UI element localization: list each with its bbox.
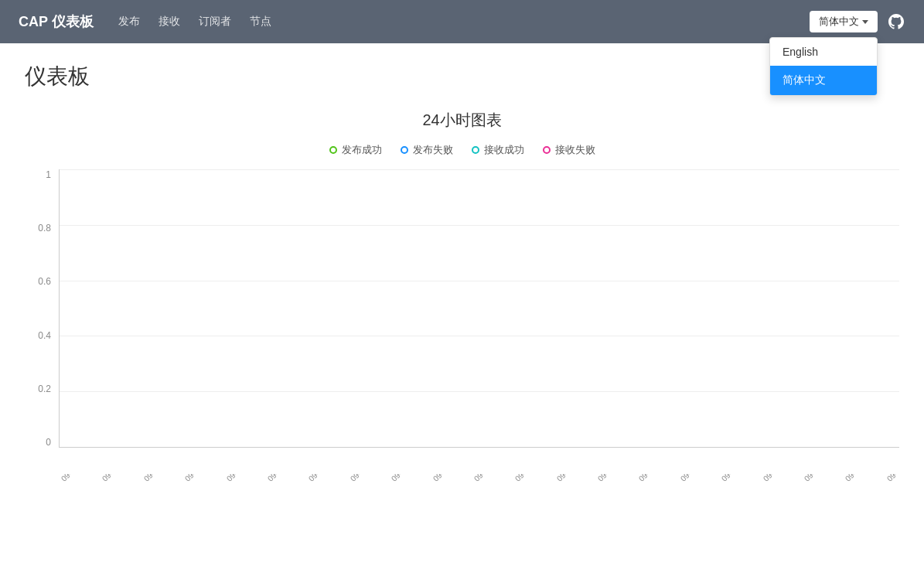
legend-publish-fail: 发布失败: [401, 143, 453, 157]
x-axis-label: 09-18 18:00: [142, 474, 178, 483]
lang-option-zh[interactable]: 简体中文: [770, 66, 877, 95]
nav-brand: CAP 仪表板: [19, 12, 94, 31]
x-axis-label: 09-19 03:00: [513, 474, 549, 483]
grid-lines: [60, 169, 899, 447]
x-axis-label: 09-18 21:00: [266, 474, 302, 483]
x-axis-label: 09-19 12:00: [885, 474, 899, 483]
grid-line: [60, 225, 899, 226]
legend-label-publish-success: 发布成功: [342, 143, 382, 157]
lang-dropdown-menu: English 简体中文: [769, 37, 878, 96]
github-icon[interactable]: [887, 12, 905, 31]
x-axis-label: 09-18 17:00: [101, 474, 136, 483]
x-axis-label: 09-19 06:00: [637, 474, 673, 483]
legend-receive-fail: 接收失败: [543, 143, 595, 157]
y-axis-label: 0.6: [38, 276, 51, 287]
navbar-right: 简体中文 English 简体中文: [810, 11, 905, 32]
y-axis-label: 0.8: [38, 223, 51, 234]
legend-dot-publish-fail: [401, 146, 408, 154]
x-axis-label: 09-19 00:00: [390, 474, 425, 483]
x-axis-labels: 09-18 16:0009-18 17:0009-18 18:0009-18 1…: [60, 474, 899, 486]
chart-section: 24小时图表 发布成功 发布失败 接收成功 接收失败 10.80.60.40.2…: [25, 110, 899, 494]
dropdown-caret-icon: [862, 20, 868, 24]
x-axis-label: 09-19 01:00: [431, 474, 467, 483]
legend-label-receive-success: 接收成功: [484, 143, 524, 157]
page-title: 仪表板: [25, 62, 899, 91]
nav-link-subscribers[interactable]: 订阅者: [199, 15, 231, 29]
x-axis-label: 09-19 05:00: [596, 474, 632, 483]
navbar: CAP 仪表板 发布 接收 订阅者 节点 简体中文 English 简体中文: [0, 0, 924, 43]
legend-dot-publish-success: [329, 146, 337, 154]
x-axis-label: 09-18 16:00: [60, 474, 95, 483]
nav-link-receive[interactable]: 接收: [159, 15, 180, 29]
y-axis-label: 0.2: [38, 384, 51, 394]
x-axis-label: 09-19 04:00: [555, 474, 591, 483]
chart-container: 10.80.60.40.20 09-18 16:0009-18 17:0009-…: [25, 169, 899, 494]
legend-publish-success: 发布成功: [329, 143, 382, 157]
grid-line: [60, 169, 899, 170]
lang-option-en[interactable]: English: [770, 38, 877, 66]
grid-line: [60, 391, 899, 392]
y-axis-label: 0.4: [38, 330, 51, 341]
x-axis-label: 09-19 02:00: [472, 474, 508, 483]
x-axis-label: 09-19 08:00: [720, 474, 755, 483]
x-axis-label: 09-19 07:00: [679, 474, 714, 483]
y-axis-label: 1: [46, 169, 51, 180]
lang-button-label: 简体中文: [819, 15, 859, 29]
legend-label-publish-fail: 发布失败: [413, 143, 453, 157]
x-axis-label: 09-18 20:00: [225, 474, 261, 483]
legend-receive-success: 接收成功: [472, 143, 524, 157]
grid-line: [60, 336, 899, 336]
x-axis-label: 09-18 22:00: [307, 474, 343, 483]
legend-label-receive-fail: 接收失败: [555, 143, 595, 157]
chart-inner: 09-18 16:0009-18 17:0009-18 18:0009-18 1…: [59, 169, 899, 448]
nav-link-publish[interactable]: 发布: [118, 15, 140, 29]
x-axis-label: 09-19 11:00: [844, 474, 879, 483]
x-axis-label: 09-19 09:00: [762, 474, 797, 483]
legend-dot-receive-success: [472, 146, 479, 154]
lang-dropdown-button[interactable]: 简体中文: [810, 11, 878, 32]
legend-dot-receive-fail: [543, 146, 551, 154]
y-axis-labels: 10.80.60.40.20: [25, 169, 56, 448]
nav-links: 发布 接收 订阅者 节点: [118, 15, 271, 29]
x-axis-label: 09-19 10:00: [803, 474, 838, 483]
chart-title: 24小时图表: [25, 110, 899, 131]
chart-legend: 发布成功 发布失败 接收成功 接收失败: [25, 143, 899, 157]
y-axis-label: 0: [46, 437, 51, 448]
nav-link-nodes[interactable]: 节点: [250, 15, 271, 29]
grid-line: [60, 281, 899, 281]
page-content: 仪表板 24小时图表 发布成功 发布失败 接收成功 接收失败 10.80: [0, 43, 924, 513]
x-axis-label: 09-18 19:00: [183, 474, 219, 483]
x-axis-label: 09-18 23:00: [349, 474, 384, 483]
lang-dropdown-wrapper: 简体中文 English 简体中文: [810, 11, 878, 32]
